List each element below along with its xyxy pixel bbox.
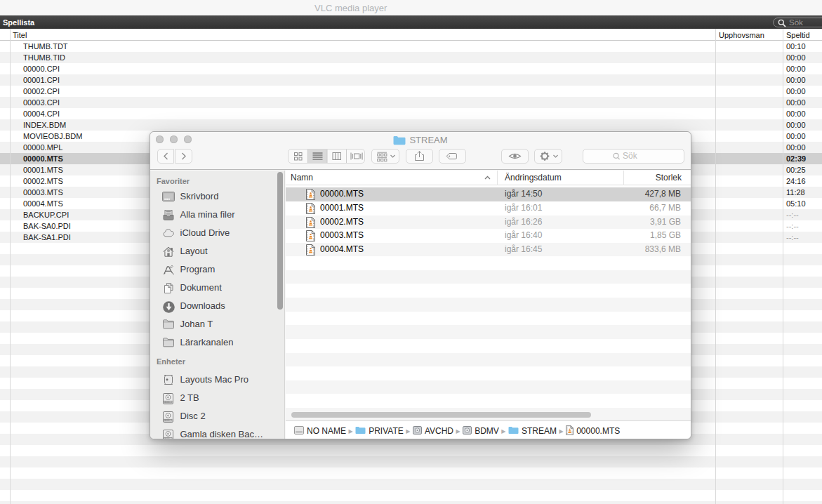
svg-text:Sök: Sök	[623, 151, 638, 161]
